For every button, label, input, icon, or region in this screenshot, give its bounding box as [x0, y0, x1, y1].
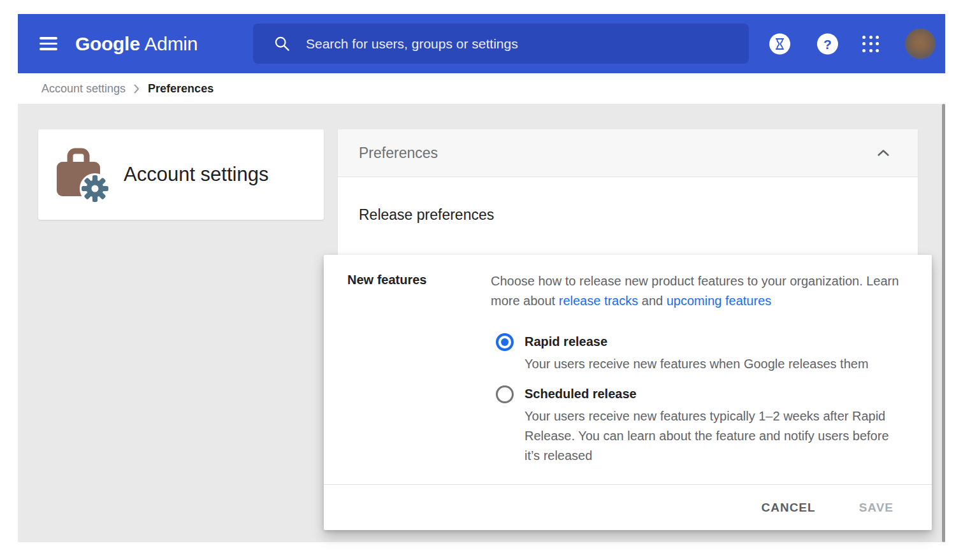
- breadcrumb-account-settings[interactable]: Account settings: [41, 82, 126, 96]
- new-features-dialog: New features Choose how to release new p…: [324, 255, 932, 530]
- upcoming-features-link[interactable]: upcoming features: [667, 294, 772, 308]
- question-mark-icon: ?: [823, 37, 832, 50]
- menu-icon[interactable]: [40, 37, 57, 50]
- rapid-release-description: Your users receive new features when Goo…: [525, 354, 869, 374]
- vertical-scrollbar[interactable]: [942, 104, 945, 542]
- panel-title: Preferences: [359, 145, 438, 162]
- scheduled-release-label: Scheduled release: [525, 384, 891, 404]
- account-settings-card[interactable]: Account settings: [38, 129, 324, 220]
- radio-option-rapid-release[interactable]: Rapid release Your users receive new fea…: [496, 332, 902, 374]
- description-text-2: and: [638, 294, 666, 308]
- chevron-right-icon: [134, 84, 140, 94]
- help-button[interactable]: ?: [817, 33, 838, 54]
- cancel-button[interactable]: CANCEL: [758, 496, 818, 520]
- release-options-group: Rapid release Your users receive new fea…: [496, 332, 902, 466]
- pending-tasks-button[interactable]: [769, 33, 790, 54]
- avatar[interactable]: [905, 29, 936, 59]
- logo-google: Google: [75, 33, 140, 54]
- chevron-up-icon[interactable]: [877, 149, 890, 157]
- content-area: Account settings Preferences Release pre…: [18, 104, 945, 542]
- preferences-panel-header[interactable]: Preferences: [338, 129, 918, 177]
- setting-label: New features: [347, 271, 491, 476]
- release-tracks-link[interactable]: release tracks: [559, 294, 639, 308]
- logo-admin: Admin: [145, 33, 198, 54]
- google-admin-logo: GoogleAdmin: [75, 33, 198, 55]
- hourglass-icon: [775, 38, 785, 50]
- search-bar[interactable]: [253, 24, 749, 64]
- section-title-release-preferences: Release preferences: [359, 206, 897, 224]
- radio-option-scheduled-release[interactable]: Scheduled release Your users receive new…: [496, 384, 902, 466]
- search-input[interactable]: [305, 36, 736, 52]
- breadcrumb: Account settings Preferences: [18, 73, 945, 104]
- radio-button-selected[interactable]: [496, 333, 514, 351]
- rapid-release-label: Rapid release: [525, 332, 869, 352]
- setting-description: Choose how to release new product featur…: [491, 271, 902, 311]
- scheduled-release-description: Your users receive new features typicall…: [525, 406, 891, 466]
- search-icon: [273, 35, 291, 52]
- apps-grid-icon[interactable]: [862, 36, 879, 52]
- panel-body: Release preferences: [338, 177, 918, 224]
- top-bar: GoogleAdmin ?: [18, 14, 945, 73]
- radio-button-unselected[interactable]: [496, 385, 514, 403]
- account-settings-card-title: Account settings: [124, 163, 268, 186]
- dialog-body: New features Choose how to release new p…: [324, 255, 932, 476]
- dialog-footer: CANCEL SAVE: [324, 484, 932, 530]
- briefcase-gear-icon: [55, 147, 111, 203]
- save-button[interactable]: SAVE: [857, 496, 896, 520]
- setting-content: Choose how to release new product featur…: [491, 271, 902, 476]
- breadcrumb-current: Preferences: [148, 82, 214, 96]
- app-window: GoogleAdmin ?: [18, 14, 945, 542]
